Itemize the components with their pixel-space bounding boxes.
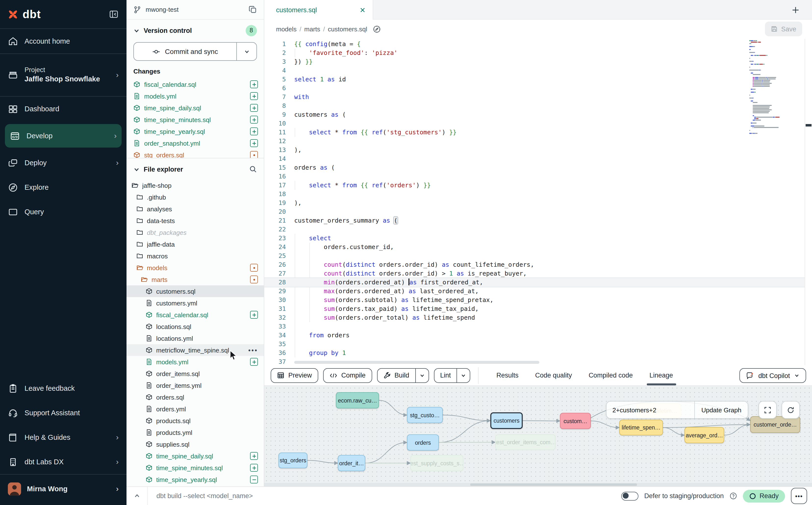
code-line[interactable]: 22 [264, 225, 812, 234]
lineage-refresh-button[interactable] [782, 401, 800, 419]
code-line[interactable]: 5select 1 as id [264, 75, 812, 84]
code-line[interactable]: 31 sum(orders.tax_paid) as lifetime_tax_… [264, 305, 812, 313]
code-line[interactable]: 8 [264, 102, 812, 110]
code-line[interactable]: 23 select [264, 234, 812, 243]
tab-customers-sql[interactable]: customers.sql [264, 0, 373, 20]
plus-box-icon[interactable] [250, 311, 258, 319]
code-line[interactable]: 35 [264, 340, 812, 349]
code-line[interactable]: 3}) }} [264, 57, 812, 66]
build-options-chevron[interactable] [415, 368, 428, 382]
sidebar-item-dashboard[interactable]: Dashboard [0, 97, 127, 121]
file-tree-item[interactable]: orders.yml [127, 403, 264, 415]
file-tree-item[interactable]: macros [127, 250, 264, 262]
code-line[interactable]: 10 [264, 119, 812, 128]
code-editor[interactable]: 1{{ config(meta = {2 'favorite_food': 'p… [264, 39, 812, 365]
more-options-button[interactable]: ••• [791, 488, 807, 504]
minus-box-icon[interactable] [250, 476, 258, 483]
commit-options-chevron[interactable] [236, 43, 257, 60]
expand-command-bar-button[interactable] [127, 493, 147, 499]
file-tree-item[interactable]: order_items.yml [127, 379, 264, 391]
change-item[interactable]: time_spine_minutes.sql [127, 114, 264, 126]
code-line[interactable]: 11 select * from {{ ref('stg_customers')… [264, 128, 812, 137]
change-item[interactable]: stg_orders.sql [127, 149, 264, 158]
sidebar-item-dbt-labs-dx[interactable]: dbt Labs DX › [0, 450, 127, 474]
dot-box-icon[interactable] [250, 151, 258, 158]
code-line[interactable]: 4 [264, 66, 812, 75]
file-tree-item[interactable]: products.sql [127, 415, 264, 427]
row-menu-icon[interactable]: ••• [249, 346, 258, 354]
breadcrumb-file[interactable]: customers.sql [328, 25, 367, 33]
lineage-node-ecom[interactable]: ecom.raw_cu… [336, 392, 379, 408]
code-line[interactable]: 19), [264, 199, 812, 207]
sidebar-item-support-assistant[interactable]: Support Assistant [0, 400, 127, 425]
file-tree-item[interactable]: jaffle-shop [127, 179, 264, 191]
change-item[interactable]: models.yml [127, 90, 264, 102]
file-tree-item[interactable]: time_spine_yearly.sql [127, 474, 264, 485]
compile-button[interactable]: Compile [323, 368, 372, 383]
code-line[interactable]: 20 [264, 207, 812, 216]
lineage-node-stg_orders[interactable]: stg_orders [279, 453, 307, 468]
sidebar-item-help-guides[interactable]: Help & Guides › [0, 425, 127, 450]
plus-box-icon[interactable] [250, 92, 258, 100]
tab-code-quality[interactable]: Code quality [535, 365, 572, 385]
code-line[interactable]: 2 'favorite_food': 'pizza' [264, 48, 812, 57]
file-tree-item[interactable]: locations.sql [127, 321, 264, 332]
code-line[interactable]: 36 group by 1 [264, 349, 812, 357]
lineage-node-order_it[interactable]: order_it… [338, 455, 365, 471]
file-tree-item[interactable]: fiscal_calendar.sql [127, 309, 264, 321]
lineage-node-customers[interactable]: customers [490, 412, 523, 429]
close-tab-icon[interactable] [359, 7, 366, 13]
file-tree-item[interactable]: marts [127, 274, 264, 285]
search-icon[interactable] [249, 165, 257, 173]
file-tree-item[interactable]: time_spine_minutes.sql [127, 462, 264, 474]
code-line[interactable]: 14 [264, 154, 812, 163]
file-tree-item[interactable]: models [127, 262, 264, 274]
code-line[interactable]: 33 [264, 322, 812, 331]
version-control-header[interactable]: Version control 8 [127, 23, 264, 37]
dbt-logo[interactable]: dbt [8, 8, 109, 21]
code-line[interactable]: 21customer_orders_summary as ( [264, 216, 812, 225]
code-line[interactable]: 25 [264, 251, 812, 260]
code-line[interactable]: 18 [264, 190, 812, 199]
sidebar-item-account-home[interactable]: Account home [0, 29, 127, 53]
plus-box-icon[interactable] [250, 80, 258, 88]
code-line[interactable]: 27 count(distinct orders.order_id) > 1 a… [264, 269, 812, 278]
status-badge[interactable]: Ready [743, 490, 785, 502]
copy-icon[interactable] [249, 5, 257, 14]
code-line[interactable]: 13), [264, 146, 812, 154]
sidebar-item-deploy[interactable]: Deploy › [0, 151, 127, 175]
plus-box-icon[interactable] [250, 116, 258, 124]
tab-results[interactable]: Results [496, 365, 518, 385]
file-tree-item[interactable]: .github [127, 191, 264, 203]
file-tree-item[interactable]: products.yml [127, 427, 264, 438]
lineage-hscrollbar[interactable] [264, 483, 812, 486]
file-tree-item[interactable]: customers.yml [127, 297, 264, 309]
code-line[interactable]: 34 from orders [264, 331, 812, 340]
editor-scrollbar[interactable] [805, 39, 812, 365]
preview-button[interactable]: Preview [271, 368, 318, 383]
tab-compiled-code[interactable]: Compiled code [589, 365, 633, 385]
code-line[interactable]: 7with [264, 93, 812, 102]
code-line[interactable]: 6 [264, 84, 812, 93]
lineage-node-test_order[interactable]: test_order_items_com… [495, 435, 555, 450]
breadcrumb-marts[interactable]: marts [304, 25, 320, 33]
code-line[interactable]: 32 sum(orders.order_total) as lifetime_s… [264, 313, 812, 322]
code-line[interactable]: 24 orders.customer_id, [264, 243, 812, 251]
file-tree-item[interactable]: order_items.sql [127, 368, 264, 379]
collapse-sidebar-icon[interactable] [109, 9, 119, 19]
lineage-selector-input[interactable]: 2+customers+2 [607, 406, 694, 413]
lineage-node-customer_orde[interactable]: customer_orde… [750, 416, 800, 433]
file-tree-item[interactable]: customers.sql [127, 285, 264, 297]
explore-lineage-icon[interactable] [373, 25, 381, 33]
plus-box-icon[interactable] [250, 128, 258, 135]
code-line[interactable]: 15orders as ( [264, 163, 812, 172]
save-button[interactable]: Save [765, 22, 802, 36]
lineage-node-average[interactable]: average_ord… [684, 427, 724, 443]
file-explorer-header[interactable]: File explorer [127, 162, 264, 176]
sidebar-item-leave-feedback[interactable]: Leave feedback [0, 376, 127, 400]
sidebar-item-explore[interactable]: Explore [0, 175, 127, 199]
lineage-fullscreen-button[interactable] [759, 401, 777, 419]
sidebar-item-project[interactable]: Project Jaffle Shop Snowflake › [0, 54, 127, 96]
lineage-node-stg_custo[interactable]: stg_custo… [407, 407, 443, 423]
sidebar-item-query[interactable]: Query [0, 199, 127, 224]
